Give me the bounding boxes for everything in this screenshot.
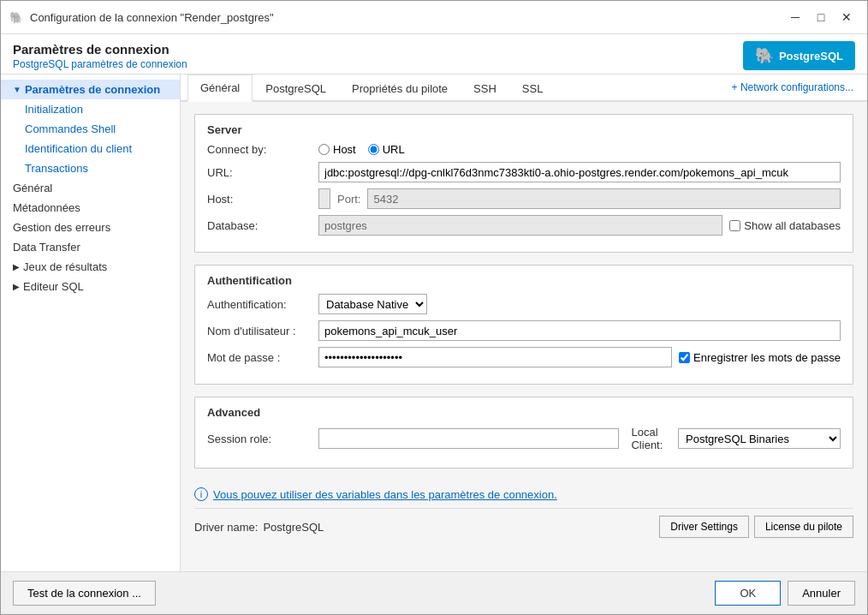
info-icon: i	[194, 487, 208, 501]
sidebar-item-identification[interactable]: Identification du client	[1, 139, 180, 158]
server-section: Server Connect by: Host URL	[194, 114, 853, 253]
username-row: Nom d'utilisateur :	[207, 320, 841, 341]
window-title: Configuration de la connexion "Render_po…	[30, 11, 783, 24]
sidebar-item-metadonnees[interactable]: Métadonnées	[1, 198, 180, 218]
sidebar-item-label: Initialization	[25, 103, 83, 116]
driver-row: Driver name: PostgreSQL Driver Settings …	[194, 508, 853, 538]
main-window: 🐘 Configuration de la connexion "Render_…	[0, 0, 868, 615]
cancel-button[interactable]: Annuler	[788, 581, 855, 606]
url-row: URL:	[207, 162, 841, 182]
host-radio[interactable]	[318, 144, 330, 155]
pg-logo-text: PostgreSQL	[779, 50, 843, 63]
host-radio-option[interactable]: Host	[318, 143, 356, 156]
page-subtitle: PostgreSQL paramètres de connexion	[13, 58, 187, 70]
auth-type-row: Authentification: Database Native Native…	[207, 294, 841, 314]
tab-ssh[interactable]: SSH	[461, 75, 509, 101]
advanced-section-header: Advanced	[207, 406, 841, 419]
session-role-label: Session role:	[207, 433, 318, 445]
sidebar-item-label: Identification du client	[25, 142, 132, 155]
pg-logo-icon: 🐘	[755, 46, 774, 65]
username-input[interactable]	[318, 320, 841, 341]
footer: Test de la connexion ... OK Annuler	[1, 571, 867, 614]
page-title: Paramètres de connexion	[13, 42, 187, 57]
host-label: Host:	[207, 193, 318, 206]
header-left: Paramètres de connexion PostgreSQL param…	[13, 42, 187, 70]
password-label: Mot de passe :	[207, 351, 318, 364]
username-label: Nom d'utilisateur :	[207, 325, 318, 337]
tab-general[interactable]: Général	[187, 75, 253, 102]
sidebar-item-initialization[interactable]: Initialization	[1, 99, 180, 119]
auth-select[interactable]: Database Native Native LDAP Kerberos	[318, 294, 427, 314]
info-link[interactable]: Vous pouvez utiliser des variables dans …	[213, 488, 557, 501]
url-radio-label: URL	[383, 143, 405, 156]
url-radio[interactable]	[368, 144, 379, 155]
save-password-option[interactable]: Enregistrer les mots de passe	[679, 351, 841, 364]
maximize-button[interactable]: □	[809, 8, 833, 27]
driver-settings-button[interactable]: Driver Settings	[659, 516, 749, 538]
driver-name-value: PostgreSQL	[263, 521, 324, 534]
sidebar-item-label: Paramètres de connexion	[25, 83, 160, 96]
local-client-select[interactable]: PostgreSQL Binaries Custom	[678, 428, 841, 449]
connect-by-label: Connect by:	[207, 143, 318, 156]
sidebar-item-label: Général	[13, 182, 52, 194]
port-input[interactable]	[367, 188, 841, 209]
database-label: Database:	[207, 219, 318, 232]
network-config-link[interactable]: + Network configurations...	[725, 78, 860, 97]
password-row: Mot de passe : Enregistrer les mots de p…	[207, 347, 841, 367]
url-input[interactable]	[318, 162, 841, 182]
show-all-databases-option[interactable]: Show all databases	[729, 219, 841, 232]
close-button[interactable]: ✕	[835, 8, 859, 27]
session-role-row: Session role: Local Client: PostgreSQL B…	[207, 426, 841, 451]
connect-by-row: Connect by: Host URL	[207, 143, 841, 156]
host-input[interactable]	[318, 188, 330, 209]
connect-by-radio-group: Host URL	[318, 143, 841, 156]
sidebar-item-label: Métadonnées	[13, 201, 80, 214]
auth-section: Authentification Authentification: Datab…	[194, 265, 853, 385]
sidebar-item-label: Jeux de résultats	[23, 260, 107, 273]
show-all-databases-label: Show all databases	[744, 219, 841, 232]
url-radio-option[interactable]: URL	[368, 143, 405, 156]
username-field-container	[318, 320, 841, 341]
sidebar: ▼ Paramètres de connexion Initialization…	[1, 75, 181, 571]
chevron-right-icon: ▶	[13, 282, 20, 291]
tab-ssl[interactable]: SSL	[509, 75, 556, 101]
ok-button[interactable]: OK	[715, 581, 781, 606]
database-input[interactable]	[318, 215, 722, 236]
info-row: i Vous pouvez utiliser des variables dan…	[194, 481, 853, 505]
password-input[interactable]	[318, 347, 672, 367]
sidebar-item-general[interactable]: Général	[1, 178, 180, 198]
url-field-container	[318, 162, 841, 182]
license-button[interactable]: License du pilote	[754, 516, 853, 538]
port-label: Port:	[337, 193, 360, 206]
driver-name: Driver name: PostgreSQL	[194, 521, 324, 534]
auth-select-container: Database Native Native LDAP Kerberos	[318, 294, 841, 314]
auth-section-header: Authentification	[207, 274, 841, 287]
sidebar-item-transactions[interactable]: Transactions	[1, 158, 180, 178]
minimize-button[interactable]: ─	[783, 8, 807, 27]
test-connection-button[interactable]: Test de la connexion ...	[13, 581, 156, 606]
sidebar-item-label: Editeur SQL	[23, 280, 84, 293]
session-role-input[interactable]	[318, 428, 619, 449]
password-field-container: Enregistrer les mots de passe	[318, 347, 841, 367]
chevron-right-icon: ▶	[13, 262, 20, 272]
sidebar-item-editeur-sql[interactable]: ▶ Editeur SQL	[1, 277, 180, 296]
save-password-label: Enregistrer les mots de passe	[693, 351, 841, 364]
sidebar-item-params-connexion[interactable]: ▼ Paramètres de connexion	[1, 80, 180, 99]
host-field-container: Port:	[318, 188, 841, 209]
show-all-databases-checkbox[interactable]	[729, 220, 740, 231]
sidebar-item-jeux-resultats[interactable]: ▶ Jeux de résultats	[1, 257, 180, 277]
chevron-down-icon: ▼	[13, 85, 21, 94]
sidebar-item-gestion-erreurs[interactable]: Gestion des erreurs	[1, 218, 180, 237]
url-label: URL:	[207, 166, 318, 179]
tab-postgresql[interactable]: PostgreSQL	[253, 75, 339, 101]
driver-buttons: Driver Settings License du pilote	[659, 516, 853, 538]
sidebar-item-data-transfer[interactable]: Data Transfer	[1, 237, 180, 257]
sidebar-item-label: Data Transfer	[13, 241, 80, 254]
sidebar-item-commandes-shell[interactable]: Commandes Shell	[1, 119, 180, 139]
save-password-checkbox[interactable]	[679, 352, 690, 363]
tab-proprietes[interactable]: Propriétés du pilote	[339, 75, 461, 101]
session-role-container: Local Client: PostgreSQL Binaries Custom	[318, 426, 841, 451]
footer-buttons: OK Annuler	[715, 581, 855, 606]
window-controls: ─ □ ✕	[783, 8, 859, 27]
server-section-header: Server	[207, 123, 841, 136]
